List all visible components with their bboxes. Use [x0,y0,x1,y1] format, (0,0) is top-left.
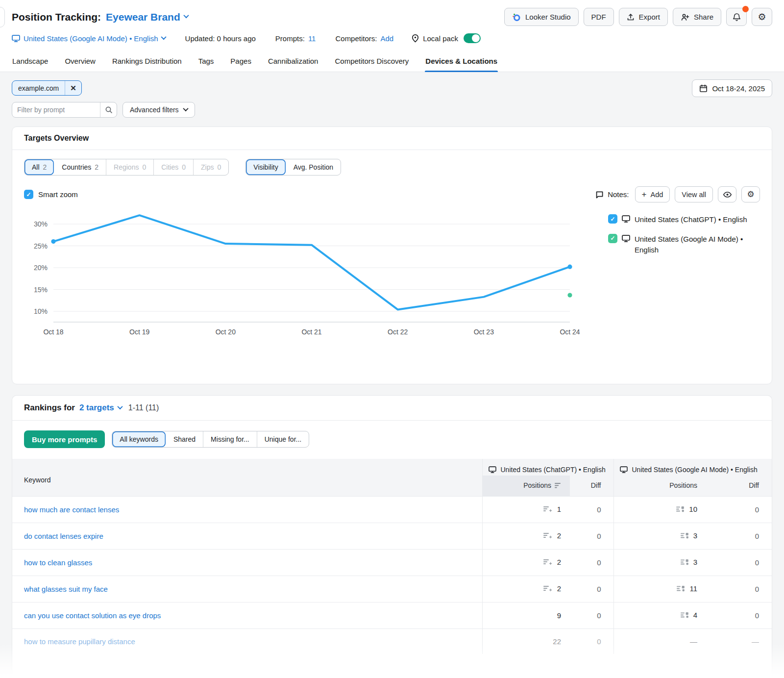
pdf-button[interactable]: PDF [584,8,614,26]
sort-icon [555,483,561,488]
looker-studio-button[interactable]: Looker Studio [504,8,579,26]
keyword-link[interactable]: how much are contact lenses [24,505,119,514]
rankings-table: Keyword United States (ChatGPT) • Englis… [12,459,772,654]
segment-missing-for[interactable]: Missing for... [203,431,257,447]
segment-avg-position[interactable]: Avg. Position [286,159,341,175]
legend-checkbox[interactable]: ✓ [608,214,617,224]
google-diff-cell: — [714,629,772,654]
search-icon[interactable] [100,102,117,117]
tab-rankings-distribution[interactable]: Rankings Distribution [112,53,182,72]
chatgpt-diff-cell: 0 [570,497,614,523]
chatgpt-positions-cell: 2 [483,550,570,576]
scope-segments: All 2 Countries 2 Regions 0 Cities 0 Zip… [24,159,229,176]
google-diff-header[interactable]: Diff [714,476,772,497]
tab-pages[interactable]: Pages [230,53,252,72]
chatgpt-diff-cell: 0 [570,550,614,576]
legend-checkbox[interactable]: ✓ [608,234,617,243]
toggle-notes-visibility-button[interactable] [718,186,736,202]
segment-shared[interactable]: Shared [166,431,203,447]
updated-status: Updated: 0 hours ago [185,34,256,43]
close-icon[interactable]: ✕ [65,81,81,95]
tab-competitors-discovery[interactable]: Competitors Discovery [334,53,409,72]
competitors-add-link[interactable]: Add [380,34,393,43]
chevron-down-icon [183,105,188,111]
google-positions-header[interactable]: Positions [614,476,714,497]
settings-button[interactable]: ⚙ [752,8,772,26]
bell-icon [733,13,741,22]
segment-count: 0 [142,163,146,171]
buy-more-prompts-button[interactable]: Buy more prompts [24,430,105,448]
notifications-button[interactable] [726,8,747,26]
svg-text:25%: 25% [34,242,48,250]
svg-text:20%: 20% [34,264,48,272]
svg-text:Oct 24: Oct 24 [560,328,580,336]
keyword-link[interactable]: how to measure pupillary distance [24,637,135,646]
segment-count: 0 [218,163,221,171]
ai-overview-position-icon [543,559,553,567]
share-button[interactable]: Share [673,8,721,26]
view-all-notes-button[interactable]: View all [675,186,713,202]
segment-all-keywords[interactable]: All keywords [112,431,166,447]
targets-dropdown[interactable]: 2 targets [79,403,122,413]
google-diff-cell: 0 [714,523,772,550]
ai-overview-position-icon [543,532,553,541]
smart-zoom-checkbox[interactable]: ✓ [24,190,33,199]
notes-settings-button[interactable]: ⚙ [741,186,760,202]
keyword-column-header[interactable]: Keyword [12,459,483,497]
tab-devices-locations[interactable]: Devices & Locations [425,53,498,72]
page-title: Position Tracking: [12,11,101,23]
segment-visibility[interactable]: Visibility [246,159,285,175]
segment-count: 2 [43,163,47,171]
tab-overview[interactable]: Overview [64,53,96,72]
segment-countries[interactable]: Countries 2 [54,159,106,175]
header-toolbar: Looker Studio PDF Export Share [504,8,772,26]
serp-features-position-icon [681,532,689,541]
plus-icon: + [642,190,647,199]
ai-overview-position-icon [543,506,553,514]
smart-zoom-label: Smart zoom [38,190,78,199]
visibility-chart[interactable]: 30%25%20%15%10%Oct 18Oct 19Oct 20Oct 21O… [21,207,605,343]
prompts-count: Prompts: 11 [275,34,316,43]
monitor-icon [622,235,630,244]
chatgpt-positions-cell: 9 [483,603,570,629]
google-positions-cell: — [614,629,714,654]
monitor-icon [622,215,630,225]
project-selector[interactable]: Eyewear Brand [106,11,188,23]
date-range-button[interactable]: Oct 18-24, 2025 [692,79,772,97]
advanced-filters-button[interactable]: Advanced filters [122,102,195,118]
svg-text:Oct 23: Oct 23 [474,328,494,336]
add-note-button[interactable]: + Add [635,186,670,202]
collapsed-sidebar-stub[interactable] [0,7,5,27]
chevron-down-icon [161,34,166,39]
legend-item-united-states-chatgpt-english[interactable]: ✓ United States (ChatGPT) • English [608,214,762,226]
ai-overview-position-icon [543,585,553,594]
chevron-down-icon [117,403,122,409]
google-positions-cell: 3 [614,550,714,576]
keyword-link[interactable]: can you use contact solution as eye drop… [24,611,161,620]
gear-icon: ⚙ [747,190,754,199]
google-diff-cell: 0 [714,497,772,523]
keyword-link[interactable]: do contact lenses expire [24,532,103,540]
chatgpt-diff-header[interactable]: Diff [570,476,614,497]
looker-studio-icon [512,13,521,22]
table-row: how much are contact lenses 1 0 10 0 [12,497,772,523]
tab-tags[interactable]: Tags [198,53,215,72]
prompts-value-link[interactable]: 11 [308,34,316,43]
export-button[interactable]: Export [619,8,668,26]
chatgpt-positions-header[interactable]: Positions [483,476,570,497]
prompt-filter-input[interactable] [12,106,100,114]
legend-label: United States (ChatGPT) • English [635,214,747,226]
targets-overview-card: Targets Overview All 2 Countries 2 Regio… [12,126,772,384]
tab-landscape[interactable]: Landscape [12,53,49,72]
segment-unique-for[interactable]: Unique for... [257,431,309,447]
target-selector[interactable]: United States (Google AI Mode) • English [12,34,166,43]
google-diff-cell: 0 [714,550,772,576]
legend-item-united-states-google-ai-mode-english[interactable]: ✓ United States (Google AI Mode) • Engli… [608,234,762,256]
local-pack-toggle[interactable] [464,33,481,43]
segment-all[interactable]: All 2 [24,159,54,175]
eye-icon [723,191,732,198]
keyword-link[interactable]: how to clean glasses [24,558,92,567]
keyword-link[interactable]: what glasses suit my face [24,585,108,593]
google-ai-group-header: United States (Google AI Mode) • English [614,459,772,476]
tab-cannibalization[interactable]: Cannibalization [268,53,319,72]
